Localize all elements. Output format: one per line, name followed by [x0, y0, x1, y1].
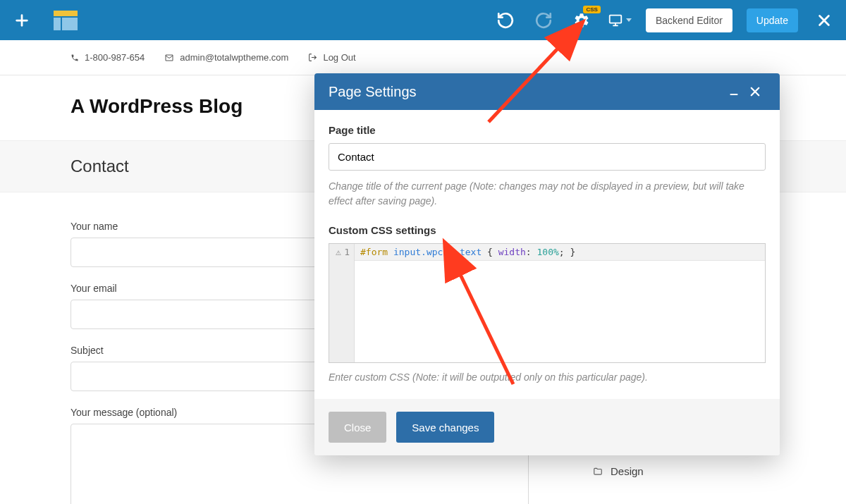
- custom-css-label: Custom CSS settings: [329, 224, 766, 236]
- site-topbar: 1-800-987-654 admin@totalwptheme.com Log…: [0, 40, 846, 75]
- envelope-icon: [164, 54, 174, 62]
- code-line[interactable]: #form input.wpcf7-text { width: 100%; }: [355, 244, 765, 261]
- topbar-email-text: admin@totalwptheme.com: [180, 52, 288, 63]
- minimize-icon: [728, 86, 740, 97]
- css-badge: CSS: [583, 6, 600, 13]
- logout-icon: [308, 53, 317, 62]
- page-title-input[interactable]: [329, 143, 766, 171]
- close-icon: [749, 85, 761, 98]
- custom-css-editor[interactable]: ⚠1 #form input.wpcf7-text { width: 100%;…: [329, 243, 766, 363]
- folder-icon: [592, 467, 603, 477]
- vc-toolbar: CSS Backend Editor Update: [0, 0, 846, 40]
- modal-minimize-button[interactable]: [723, 81, 744, 102]
- code-gutter: ⚠1: [329, 244, 355, 362]
- backend-editor-button[interactable]: Backend Editor: [646, 8, 732, 32]
- settings-button[interactable]: CSS: [570, 8, 594, 32]
- update-button[interactable]: Update: [747, 8, 798, 32]
- cat-label: Design: [611, 465, 644, 477]
- undo-icon: [496, 11, 515, 30]
- topbar-logout[interactable]: Log Out: [308, 52, 355, 63]
- line-number: 1: [344, 247, 350, 257]
- topbar-phone: 1-800-987-654: [70, 52, 145, 63]
- modal-footer: Close Save changes: [314, 399, 780, 455]
- close-icon: [816, 13, 832, 28]
- page-settings-modal: Page Settings Page title Change title of…: [314, 73, 780, 455]
- templates-button[interactable]: [54, 8, 78, 32]
- topbar-phone-text: 1-800-987-654: [85, 52, 145, 63]
- topbar-email[interactable]: admin@totalwptheme.com: [164, 52, 288, 63]
- chevron-down-icon: [626, 18, 632, 22]
- viewport-button[interactable]: [608, 8, 632, 32]
- page-title-field-label: Page title: [329, 124, 766, 136]
- desktop-icon: [608, 13, 623, 28]
- modal-close-footer-button[interactable]: Close: [329, 412, 386, 443]
- topbar-logout-text: Log Out: [323, 52, 355, 63]
- gear-icon: [573, 12, 590, 29]
- close-editor-button[interactable]: [812, 8, 836, 32]
- list-item[interactable]: Design: [592, 460, 776, 482]
- layout-icon: [54, 11, 78, 30]
- save-changes-button[interactable]: Save changes: [396, 412, 494, 443]
- modal-header[interactable]: Page Settings: [314, 73, 780, 110]
- modal-body: Page title Change title of the current p…: [314, 110, 780, 399]
- custom-css-help: Enter custom CSS (Note: it will be outpu…: [329, 370, 766, 385]
- phone-icon: [70, 54, 79, 62]
- undo-button[interactable]: [494, 8, 517, 32]
- redo-icon: [534, 11, 553, 30]
- warning-icon: ⚠: [336, 247, 341, 257]
- redo-button[interactable]: [532, 8, 556, 32]
- plus-icon: [14, 13, 30, 28]
- modal-close-button[interactable]: [744, 81, 766, 102]
- add-element-button[interactable]: [10, 8, 34, 32]
- modal-title: Page Settings: [329, 84, 417, 100]
- page-title-help: Change title of the current page (Note: …: [329, 179, 766, 209]
- svg-rect-2: [610, 15, 622, 23]
